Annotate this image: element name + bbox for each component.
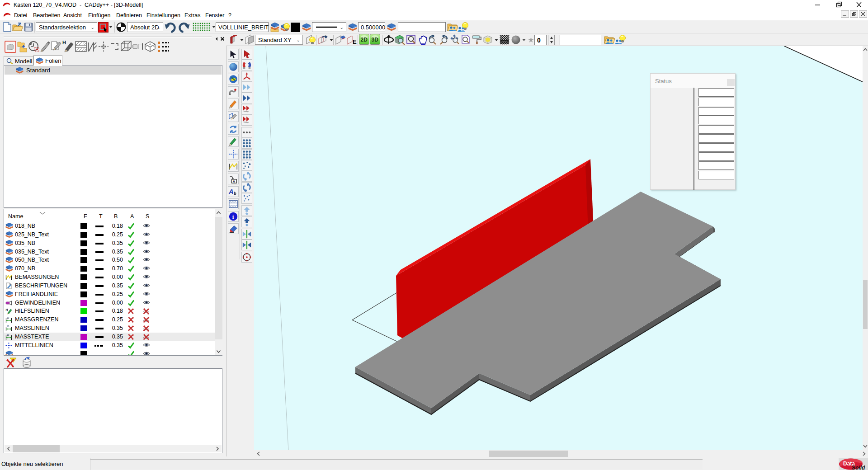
- svg-text:A: A: [233, 179, 236, 183]
- svg-text:b: b: [234, 191, 236, 196]
- svg-text:3D: 3D: [372, 37, 379, 43]
- svg-text:A: A: [228, 188, 234, 195]
- svg-text:E: E: [353, 38, 357, 45]
- svg-text:Solid: Solid: [852, 465, 865, 470]
- svg-text:2D: 2D: [361, 37, 368, 43]
- svg-text:i: i: [232, 214, 234, 220]
- svg-text:H: H: [62, 40, 66, 45]
